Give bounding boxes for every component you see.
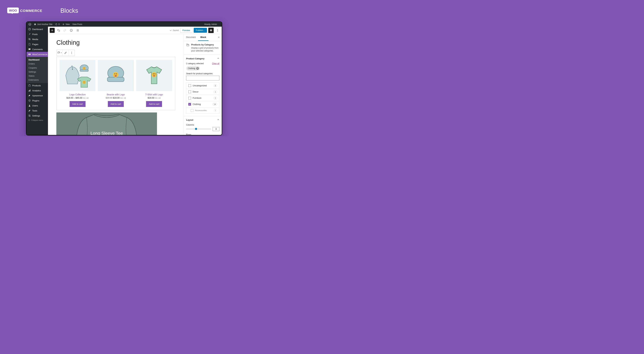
sidebar-item-tools[interactable]: Tools (26, 108, 48, 113)
comment-icon (28, 48, 31, 51)
category-item-accessories[interactable]: Accessories5 (186, 107, 219, 113)
new-link[interactable]: New (62, 23, 70, 25)
plugins-icon (28, 99, 31, 102)
columns-input[interactable] (213, 127, 219, 131)
products-block[interactable]: Logo Collection $18.00 – $45.00 incl. va… (56, 57, 175, 110)
svg-point-47 (113, 72, 118, 77)
svg-point-5 (29, 29, 30, 29)
product-price: $20.00 $18.00 incl. vat (98, 96, 134, 99)
block-more-button[interactable] (68, 50, 75, 56)
block-toolbar (56, 50, 75, 56)
sidebar-item-plugins[interactable]: Plugins (26, 98, 48, 103)
submenu-extensions[interactable]: Extensions (26, 78, 48, 82)
page-icon (28, 43, 31, 45)
product-card: T-Shirt with Logo $18.00 incl. vat Add t… (136, 60, 172, 107)
outline-button[interactable] (75, 28, 80, 33)
clear-all-link[interactable]: Clear all (212, 62, 219, 65)
svg-point-31 (72, 52, 72, 52)
add-block-button[interactable] (50, 28, 55, 33)
svg-rect-13 (30, 89, 30, 91)
chevron-up-icon (217, 118, 219, 121)
svg-text:COMMERCE: COMMERCE (20, 9, 42, 12)
category-item-furniture[interactable]: Furniture1 (186, 95, 219, 101)
collapse-menu[interactable]: Colapse menu (26, 118, 48, 122)
close-inspector-button[interactable]: ✕ (216, 34, 222, 41)
sidebar-item-media[interactable]: Media (26, 37, 48, 42)
undo-button[interactable] (56, 28, 61, 33)
saved-status: Saved (170, 29, 179, 31)
sidebar-item-woocommerce[interactable]: WWooCommerce (26, 52, 48, 57)
more-options-button[interactable] (215, 28, 220, 33)
settings-gear-button[interactable] (208, 28, 214, 33)
svg-point-40 (84, 68, 85, 68)
sidebar-item-users[interactable]: Users (26, 103, 48, 108)
analytics-icon (28, 89, 31, 92)
tab-block[interactable]: Block (198, 34, 208, 41)
columns-slider[interactable] (186, 129, 211, 129)
svg-rect-25 (77, 30, 79, 30)
updates-link[interactable]: 0 (55, 23, 60, 25)
wp-logo-icon[interactable] (28, 23, 31, 26)
media-icon (28, 38, 31, 40)
featured-product-block[interactable]: Long Sleeve Tee (56, 112, 157, 135)
add-to-cart-button[interactable]: Add to cart (70, 101, 86, 107)
submenu-coupons[interactable]: Coupons (26, 66, 48, 70)
editor-canvas[interactable]: Clothing Logo Collection $18.00 – $45.00… (48, 34, 184, 135)
add-to-cart-button[interactable]: Add to cart (146, 101, 162, 107)
settings-icon (28, 114, 31, 117)
svg-rect-21 (77, 29, 77, 30)
checkbox-icon (191, 109, 193, 112)
sidebar-item-posts[interactable]: Posts (26, 32, 48, 37)
svg-point-49 (116, 74, 117, 74)
svg-point-38 (83, 67, 86, 70)
svg-point-43 (84, 82, 85, 82)
sidebar-item-analytics[interactable]: Analytics (26, 88, 48, 93)
product-name: Beanie with Logo (98, 93, 134, 96)
tools-icon (28, 109, 31, 112)
svg-point-19 (28, 119, 30, 121)
tab-document[interactable]: Document (184, 34, 198, 41)
category-item-decor[interactable]: Decor1 (186, 89, 219, 95)
svg-point-53 (153, 74, 154, 74)
svg-point-54 (154, 74, 155, 74)
remove-chip-button[interactable]: ✕ (196, 67, 199, 70)
add-to-cart-button[interactable]: Add to cart (108, 101, 124, 107)
checkbox-checked-icon (188, 103, 191, 106)
selected-count: 1 category selected (186, 62, 204, 65)
submenu-status[interactable]: Status (26, 74, 48, 78)
site-link[interactable]: Just Another Site (34, 23, 52, 25)
view-posts-link[interactable]: View Posts (72, 23, 82, 25)
panel-layout[interactable]: Layout (184, 116, 222, 124)
page-title[interactable]: Clothing (56, 39, 175, 46)
info-button[interactable] (69, 28, 74, 33)
product-price: $18.00 – $45.00 incl. vat (60, 96, 96, 99)
sidebar-item-comments[interactable]: Comments (26, 47, 48, 52)
publish-button[interactable]: Publish... (194, 28, 207, 33)
svg-text:W: W (29, 54, 30, 55)
category-item-uncategorized[interactable]: Uncategorized0 (186, 83, 219, 89)
product-image (136, 60, 172, 91)
submenu-orders[interactable]: Orders (26, 62, 48, 66)
category-list: Uncategorized0 Decor1 Furniture1 Clothin… (186, 82, 219, 114)
submenu-dashboard[interactable]: Dashboard (26, 58, 48, 62)
sidebar-item-settings[interactable]: Settings (26, 113, 48, 118)
sidebar-item-dashboard[interactable]: Dashboard (26, 27, 48, 32)
sidebar-item-products[interactable]: Products (26, 83, 48, 88)
preview-button[interactable]: Preview (180, 28, 192, 33)
svg-rect-26 (77, 31, 79, 31)
category-search-input[interactable] (186, 76, 219, 80)
panel-product-category[interactable]: Product Category (184, 55, 222, 62)
inspector-tabs: Document Block ✕ (184, 34, 222, 41)
sidebar-item-pages[interactable]: Pages (26, 42, 48, 47)
block-edit-button[interactable] (62, 50, 68, 56)
svg-rect-10 (29, 84, 30, 85)
submenu-settings[interactable]: Settings (26, 70, 48, 74)
chevron-up-icon (217, 57, 219, 60)
product-name: Logo Collection (60, 93, 96, 96)
sidebar-item-appearance[interactable]: Apearence (26, 93, 48, 98)
redo-button[interactable] (62, 28, 68, 33)
howdy-link[interactable]: Howdy, Admin (204, 23, 217, 25)
block-type-button[interactable] (56, 50, 62, 56)
svg-point-41 (82, 81, 86, 84)
category-item-clothing[interactable]: Clothing14 (186, 101, 219, 107)
